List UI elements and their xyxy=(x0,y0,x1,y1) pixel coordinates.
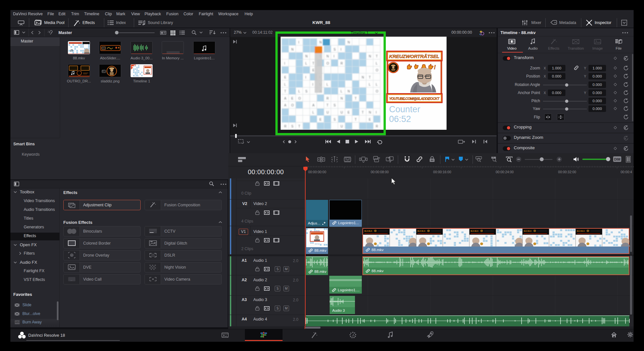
svg-text:00:00:4: 00:00:4 xyxy=(621,170,632,174)
svg-text:00:00:24:00: 00:00:24:00 xyxy=(496,170,514,174)
svg-text:00:00:08:00: 00:00:08:00 xyxy=(371,170,389,174)
svg-text:BLA BLA: BLA BLA xyxy=(524,230,532,232)
svg-text:Counter: Counter xyxy=(389,104,420,114)
svg-text:BLA BLA: BLA BLA xyxy=(471,230,478,232)
svg-text:BLA BLA: BLA BLA xyxy=(577,230,585,232)
svg-text:!: ! xyxy=(434,64,436,70)
svg-text:1:00:00: 1:00:00 xyxy=(133,75,139,77)
svg-text:YOUTUBE.COM/@SLADDIZOCKT: YOUTUBE.COM/@SLADDIZOCKT xyxy=(389,97,440,101)
svg-text:00:00:00:00: 00:00:00:00 xyxy=(308,170,326,174)
svg-text:BLA BLA: BLA BLA xyxy=(364,230,372,232)
svg-text:00:00:16:00: 00:00:16:00 xyxy=(433,170,451,174)
svg-text:BLA BLA: BLA BLA xyxy=(418,230,425,232)
svg-text:06:52: 06:52 xyxy=(315,243,320,245)
svg-text:...: ... xyxy=(70,279,72,281)
svg-text:00:00:32:00: 00:00:32:00 xyxy=(558,170,576,174)
svg-text:GPU: GPU xyxy=(15,321,19,323)
svg-text:KREUZWORTRÄTSEL: KREUZWORTRÄTSEL xyxy=(389,54,439,59)
svg-text:06:52: 06:52 xyxy=(389,114,411,124)
